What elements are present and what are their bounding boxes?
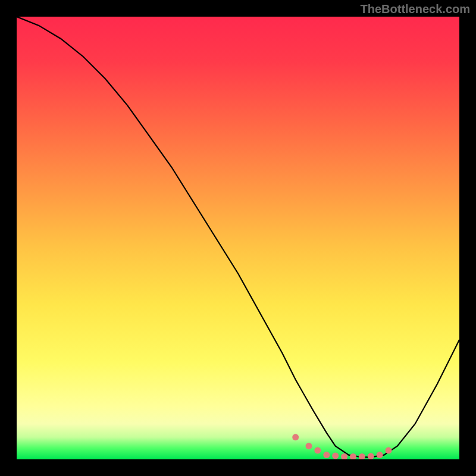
chart-plot-area (17, 17, 459, 459)
optimal-range-dot (323, 452, 330, 458)
optimal-range-dot (350, 453, 356, 459)
optimal-range-dot (386, 447, 392, 454)
optimal-range-dot (332, 453, 339, 459)
optimal-range-dot (377, 452, 383, 458)
chart-svg (17, 17, 459, 459)
watermark-text: TheBottleneck.com (361, 2, 470, 16)
optimal-range-dot (292, 434, 299, 440)
optimal-range-dot (368, 453, 374, 459)
optimal-range-dot (314, 447, 321, 454)
bottleneck-curve-path (17, 17, 459, 457)
optimal-range-dot (306, 443, 312, 449)
optimal-range-markers (292, 434, 392, 459)
optimal-range-dot (359, 453, 365, 459)
